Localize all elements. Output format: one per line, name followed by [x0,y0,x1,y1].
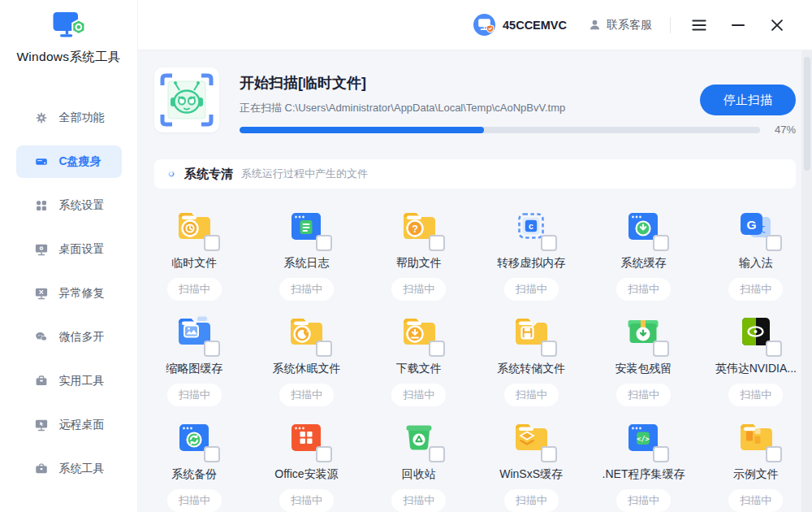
account-chip[interactable]: 45CCEMVC [473,14,567,36]
scan-progress-bar [240,127,760,133]
category-checkbox[interactable] [541,446,557,462]
sidebar-item-system-tools[interactable]: 系统工具 [16,453,122,485]
scrollbar-thumb[interactable] [804,57,810,171]
section-subtitle: 系统运行过程中产生的文件 [241,167,368,181]
status-badge: 扫描中 [279,278,334,301]
contact-support-button[interactable]: 联系客服 [588,18,652,33]
sidebar-item-remote-desktop[interactable]: 远程桌面 [16,409,122,441]
scan-category-item[interactable]: ? 帮助文件 扫描中 [363,206,475,301]
titlebar: 45CCEMVC 联系客服 [138,0,812,50]
status-badge: 扫描中 [504,278,559,301]
svg-text:z: z [307,328,309,333]
category-checkbox[interactable] [653,235,669,251]
scan-category-item[interactable]: WinSxS缓存 扫描中 [475,418,587,512]
sidebar-item-c-drive-slimming[interactable]: C盘瘦身 [16,145,122,178]
close-icon[interactable] [767,15,788,36]
status-badge: 扫描中 [616,489,671,512]
scan-robot-illustration [154,67,219,132]
scan-category-grid: 临时文件 扫描中 系统日志 扫描中 ? 帮助文件 扫描中 c 转移虚拟内存 扫描… [138,206,812,512]
scan-category-item[interactable]: z 系统休眠文件 扫描中 [250,312,362,406]
category-label: 回收站 [402,467,436,482]
category-checkbox[interactable] [541,235,557,251]
status-badge: 扫描中 [279,384,334,406]
scan-category-item[interactable]: 下载文件 扫描中 [363,312,475,406]
scan-category-item[interactable]: 系统日志 扫描中 [250,206,362,301]
app-title: Windows系统工具 [0,49,137,66]
status-badge: 扫描中 [728,489,783,512]
repair-icon [34,286,49,301]
scan-status-panel: 开始扫描[临时文件] 正在扫描 C:\Users\Administrator\A… [154,67,796,136]
scan-category-item[interactable]: </> .NET程序集缓存 扫描中 [587,418,699,512]
sidebar-item-system-settings[interactable]: 系统设置 [16,189,122,222]
category-label: WinSxS缓存 [499,467,563,482]
scan-category-item[interactable]: 系统备份 扫描中 [138,418,250,512]
scan-category-item[interactable]: 英伟达NVIDIA... 扫描中 [700,312,812,406]
main-content: 开始扫描[临时文件] 正在扫描 C:\Users\Administrator\A… [138,50,812,512]
category-checkbox[interactable] [204,341,220,357]
status-badge: 扫描中 [504,489,559,512]
category-checkbox[interactable] [429,235,445,251]
sidebar-menu: 全部功能 C盘瘦身 系统设置 桌面设置 异常修复 微信多开 实用工具 远程桌面 … [0,102,137,485]
status-badge: 扫描中 [504,384,559,406]
scan-category-item[interactable]: 临时文件 扫描中 [138,206,250,301]
person-icon [588,18,602,32]
category-checkbox[interactable] [653,341,669,357]
status-badge: 扫描中 [391,384,446,406]
section-title: 系统专清 [184,167,233,182]
category-checkbox[interactable] [204,446,220,462]
robot-scan-icon [154,67,219,132]
svg-text:G: G [746,218,756,232]
scan-category-item[interactable]: 安装包残留 扫描中 [587,312,699,406]
titlebar-divider [670,17,671,33]
category-label: 系统转储文件 [497,362,565,376]
app-logo: Windows系统工具 [0,0,137,66]
scan-category-item[interactable]: Office安装源 扫描中 [250,418,362,512]
category-checkbox[interactable] [766,235,782,251]
category-checkbox[interactable] [429,341,445,357]
contact-support-label: 联系客服 [607,18,652,33]
category-label: 系统备份 [171,467,217,482]
disk-icon [34,154,49,169]
scan-category-item[interactable]: 文G 输入法 扫描中 [700,206,812,301]
category-checkbox[interactable] [316,446,332,462]
status-badge: 扫描中 [728,278,783,301]
sidebar-item-desktop-settings[interactable]: 桌面设置 [16,233,122,266]
category-checkbox[interactable] [766,446,782,462]
scrollbar-track[interactable] [801,50,812,512]
scan-progress-percent: 47% [760,124,796,136]
scan-category-item[interactable]: 回收站 扫描中 [363,418,475,512]
minimize-icon[interactable] [728,15,749,36]
category-label: 临时文件 [171,256,217,271]
scan-category-item[interactable]: 缩略图缓存 扫描中 [138,312,250,406]
status-badge: 扫描中 [167,278,222,301]
status-badge: 扫描中 [279,489,334,512]
category-label: 帮助文件 [396,256,442,271]
user-avatar [473,14,495,36]
status-badge: 扫描中 [167,489,222,512]
sidebar-item-all-features[interactable]: 全部功能 [16,102,122,134]
category-checkbox[interactable] [429,446,445,462]
category-checkbox[interactable] [316,341,332,357]
category-checkbox[interactable] [316,235,332,251]
category-checkbox[interactable] [541,341,557,357]
category-label: 系统日志 [283,256,329,271]
stop-scan-button[interactable]: 停止扫描 [700,85,796,115]
sidebar-item-wechat-multi[interactable]: 微信多开 [16,321,122,354]
menu-icon[interactable] [689,15,710,36]
category-checkbox[interactable] [204,235,220,251]
scan-category-item[interactable]: 系统转储文件 扫描中 [475,312,587,406]
svg-text:c: c [529,221,533,231]
toolbox-icon [34,374,49,388]
scan-category-item[interactable]: 示例文件 扫描中 [700,418,812,512]
category-checkbox[interactable] [653,446,669,462]
scan-category-item[interactable]: c 转移虚拟内存 扫描中 [475,206,587,301]
category-label: Office安装源 [274,467,338,482]
status-badge: 扫描中 [167,384,222,406]
remote-icon [34,418,49,432]
sidebar-item-utilities[interactable]: 实用工具 [16,365,122,397]
sidebar-item-error-repair[interactable]: 异常修复 [16,277,122,310]
scan-category-item[interactable]: 系统缓存 扫描中 [587,206,699,301]
spinner-icon [165,167,178,180]
desktop-settings-icon [34,242,49,257]
category-checkbox[interactable] [766,341,782,357]
